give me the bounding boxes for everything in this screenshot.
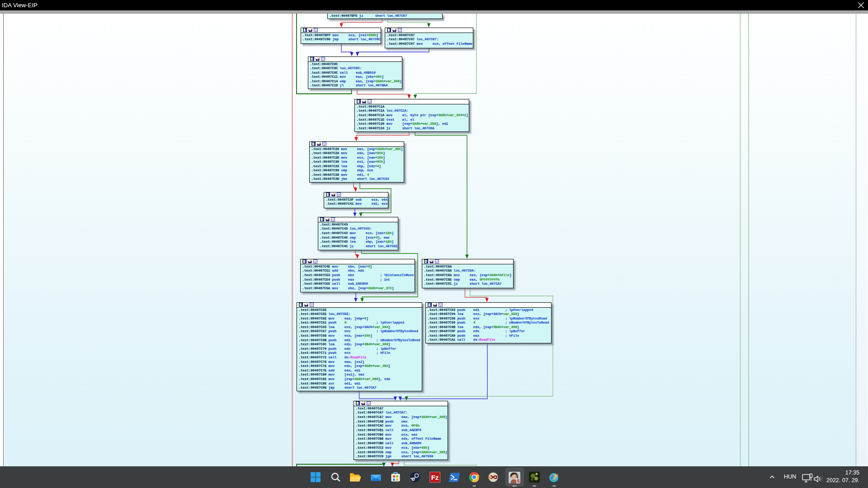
svg-text:6: 6 [517, 479, 520, 483]
svg-text:Fz: Fz [431, 474, 439, 481]
